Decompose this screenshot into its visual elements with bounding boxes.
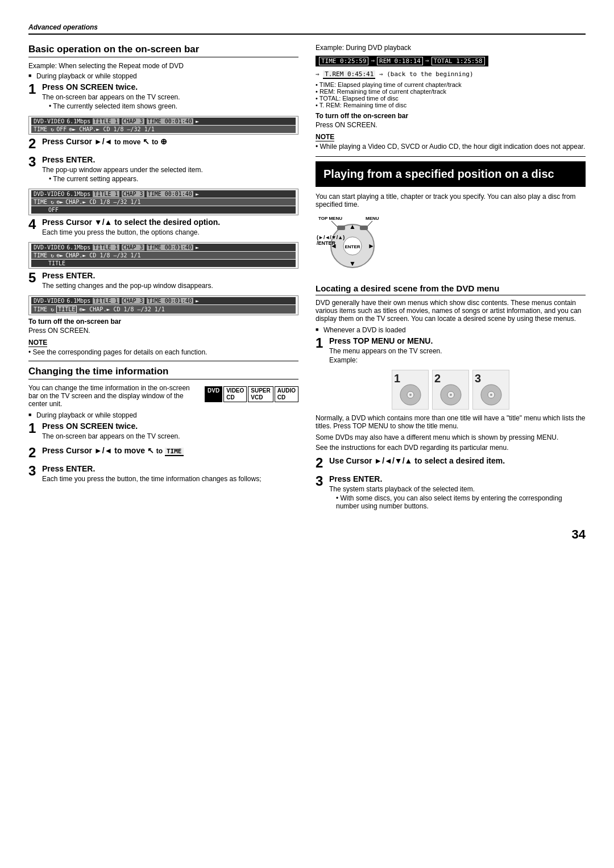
turn-off-body-2: Press ON SCREEN. [316,121,586,129]
locating-body: DVD generally have their own menus which… [316,299,586,323]
time-step-num-2: 2 [28,446,40,460]
basic-operation-title: Basic operation on the on-screen bar [28,44,298,57]
step-num-3: 3 [28,155,40,184]
right-sep [316,156,586,157]
time-body1: You can change the time information in t… [28,384,201,408]
badge-audio-cd: AUDIOCD [275,386,298,402]
locate-step-num-1: 1 [316,336,327,365]
badge-dvd: DVD [205,386,222,402]
badge-super-vcd: SUPERVCD [248,386,273,402]
time-example-area: Example: During DVD playback TIME 0:25:5… [316,44,586,151]
svg-point-18 [450,394,452,396]
note-text-1: • See the corresponding pages for detail… [28,348,298,356]
step-4-basic: 4 Press Cursor ▼/▲ to select the desired… [28,218,298,237]
step3a-body1: The pop-up window appears under the sele… [42,166,298,174]
osd-bar-4: DVD-VIDEO 6.1Mbps TITLE 1 CHAP 3 TIME 00… [28,295,298,315]
playing-section-title: Playing from a specified position on a d… [316,161,586,187]
menu-box-2: 2 [432,370,469,410]
note-box-2: NOTE • While playing a Video CD, SVCD or… [316,132,586,151]
time-section-intro: You can change the time information in t… [28,384,298,408]
step-3-basic: 3 Press ENTER. The pop-up window appears… [28,155,298,184]
osd-label-dvdvideo: DVD-VIDEO [34,118,64,124]
step4-title: Press Cursor ▼/▲ to select the desired o… [42,218,298,227]
menu-box-1: 1 [392,370,429,410]
time-step3-title: Press ENTER. [42,464,298,473]
disc-icon-3 [480,383,503,406]
step5-title: Press ENTER. [42,271,298,280]
osd-title-label: TITLE 1 [93,118,119,124]
svg-rect-12 [360,226,368,230]
badge-video-cd: VIDEOCD [223,386,247,402]
time-step1-body: The on-screen bar appears on the TV scre… [42,432,298,440]
step-num-2: 2 [28,137,40,151]
osd-row-1-2: TIME ↻ OFF ⊕► CHAP.► CD 1/8 –/32 1/1 [31,126,296,133]
time-osd-2: ⇒ T.REM 0:45:41 ⇒ (back to the beginning… [316,70,586,79]
page-header: Advanced operations [28,23,586,35]
remote-diagram: TOP MENU MENU ENTER ▲ ▼ ◄ ► [316,213,389,276]
locate-step-3: 3 Press ENTER. The system starts playbac… [316,474,586,511]
locate-step1-title: Press TOP MENU or MENU. [329,336,586,345]
step-num-1: 1 [28,82,40,111]
time-step3-body: Each time you press the button, the time… [42,475,298,483]
menu-example: 1 2 3 [316,370,586,410]
time-step1-title: Press ON SCREEN twice. [42,422,298,431]
locate-step-num-3: 3 [316,474,327,511]
svg-text:MENU: MENU [366,216,379,221]
page-number: 34 [28,527,586,542]
time-step-3: 3 Press ENTER. Each time you press the b… [28,464,298,484]
locate-step-1: 1 Press TOP MENU or MENU. The menu appea… [316,336,586,365]
step-num-4: 4 [28,218,40,237]
osd-chap-label: CHAP 3 [122,118,144,124]
left-column: Basic operation on the on-screen bar Exa… [28,44,298,516]
locate-step1-body: The menu appears on the TV screen. [329,347,586,355]
step-2-basic: 2 Press Cursor ►/◄ to move ↖ to ⊕ [28,137,298,151]
turn-off-body-1: Press ON SCREEN. [28,327,298,335]
osd-row-2-1: DVD-VIDEO 6.1Mbps TITLE 1 CHAP 3 TIME 00… [31,190,296,198]
menu-box-3: 3 [472,370,509,410]
osd-row-1-1: DVD-VIDEO 6.1Mbps TITLE 1 CHAP 3 TIME 00… [31,118,296,125]
osd-row-4-2: TIME ↻ TITLE ⊕► CHAP.► CD 1/8 –/32 1/1 [31,305,296,314]
osd-row-3-2: TIME ↻ ⊕► CHAP.► CD 1/8 –/32 1/1 [31,252,296,259]
disc-icon-2 [439,383,462,406]
svg-text:▼: ▼ [349,260,356,268]
example-dvd-playback: Example: During DVD playback [316,44,586,52]
some-dvds-text: Some DVDs may also have a different menu… [316,433,586,441]
osd-bar-2: DVD-VIDEO 6.1Mbps TITLE 1 CHAP 3 TIME 00… [28,189,298,215]
osd-mbps: 6.1Mbps [67,118,90,124]
osd-play-icon: ► [196,118,199,124]
svg-point-15 [409,394,412,396]
note-bullet-1: • [28,348,33,356]
step5-body1: The setting changes and the pop-up windo… [42,282,298,290]
note-text-2: • While playing a Video CD, SVCD or Audi… [316,143,586,151]
locate-example-label: Example: [329,356,586,364]
sq-bullet-1: During playback or while stopped [28,72,298,80]
example-label-1: Example: When selecting the Repeat mode … [28,62,298,70]
osd-time-label: TIME 00:01:40 [147,118,193,124]
step3a-title: Press ENTER. [42,155,298,164]
osd-row-3-1: DVD-VIDEO 6.1Mbps TITLE 1 CHAP 3 TIME 00… [31,244,296,251]
time-step-1: 1 Press ON SCREEN twice. The on-screen b… [28,422,298,441]
format-badges: DVD VIDEOCD SUPERVCD AUDIOCD [205,386,298,402]
right-column: Example: During DVD playback TIME 0:25:5… [316,44,586,516]
osd-row-2-2: TIME ↻ ⊕► CHAP.► CD 1/8 –/32 1/1 [31,198,296,206]
osd-bar-3: DVD-VIDEO 6.1Mbps TITLE 1 CHAP 3 TIME 00… [28,242,298,269]
locate-step-2: 2 Use Cursor ►/◄/▼/▲ to select a desired… [316,456,586,470]
step-5-basic: 5 Press ENTER. The setting changes and t… [28,271,298,291]
step1-body1: The on-screen bar appears on the TV scre… [42,93,298,101]
time-legend: • TIME: Elapsed playing time of current … [316,81,586,108]
remote-area: TOP MENU MENU ENTER ▲ ▼ ◄ ► [316,213,586,276]
time-step-num-1: 1 [28,422,40,441]
time-step-num-3: 3 [28,464,40,484]
step-1-basic: 1 Press ON SCREEN twice. The on-screen b… [28,82,298,111]
step4-body1: Each time you press the button, the opti… [42,228,298,236]
locate-step2-title: Use Cursor ►/◄/▼/▲ to select a desired i… [329,456,586,465]
osd-popup-title: TITLE [31,260,296,267]
osd-row-4-1: DVD-VIDEO 6.1Mbps TITLE 1 CHAP 3 TIME 00… [31,297,296,304]
svg-point-21 [490,394,492,396]
time-step-2: 2 Press Cursor ►/◄ to move ↖ to TIME [28,446,298,460]
osd-popup-off: OFF [31,206,296,214]
osd-bar-1: DVD-VIDEO 6.1Mbps TITLE 1 CHAP 3 TIME 00… [28,116,298,135]
playing-body: You can start playing a title, chapter o… [316,193,586,208]
locate-step3-body: The system starts playback of the select… [329,485,586,493]
sq-bullet-2: During playback or while stopped [28,411,298,419]
